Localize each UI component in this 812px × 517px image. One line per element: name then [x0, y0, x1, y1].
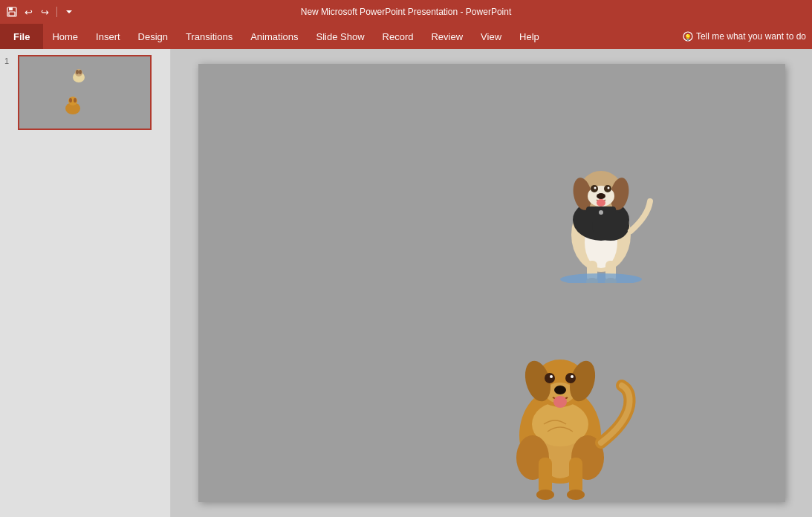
svg-point-9	[76, 70, 79, 74]
tab-transitions[interactable]: Transitions	[177, 24, 241, 49]
title-bar: ↩ ↪ New Microsoft PowerPoint Presentatio…	[0, 0, 812, 24]
tab-home[interactable]: Home	[43, 24, 87, 49]
tab-record[interactable]: Record	[374, 24, 423, 49]
svg-point-52	[571, 375, 574, 378]
svg-point-30	[599, 210, 603, 215]
tab-insert[interactable]: Insert	[87, 24, 129, 49]
tab-animations[interactable]: Animations	[241, 24, 307, 49]
quick-access-toolbar: ↩ ↪	[6, 6, 75, 18]
svg-point-26	[607, 187, 609, 189]
svg-point-51	[550, 375, 553, 378]
tab-help[interactable]: Help	[510, 24, 548, 49]
tab-slideshow[interactable]: Slide Show	[308, 24, 374, 49]
svg-point-28	[597, 199, 605, 207]
redo-icon[interactable]: ↪	[39, 6, 51, 18]
svg-text:💡: 💡	[684, 33, 692, 41]
svg-point-54	[553, 396, 567, 408]
main-layout: 1	[0, 49, 812, 517]
svg-point-27	[597, 193, 605, 199]
undo-icon[interactable]: ↩	[22, 6, 34, 18]
slide-panel: 1	[0, 49, 171, 517]
svg-point-35	[560, 273, 642, 283]
tab-design[interactable]: Design	[129, 24, 177, 49]
tab-view[interactable]: View	[472, 24, 510, 49]
file-tab[interactable]: File	[0, 24, 43, 49]
svg-rect-1	[9, 7, 13, 10]
ribbon-tabs: Home Insert Design Transitions Animation…	[43, 24, 683, 49]
svg-marker-3	[66, 10, 72, 13]
svg-point-14	[74, 98, 77, 103]
tab-review[interactable]: Review	[422, 24, 472, 49]
slide-number: 1	[4, 55, 15, 65]
customize-icon[interactable]	[63, 6, 75, 18]
thumb-svg	[19, 56, 152, 130]
window-title: New Microsoft PowerPoint Presentation - …	[301, 7, 511, 17]
svg-point-53	[554, 386, 566, 394]
svg-rect-41	[539, 458, 552, 495]
golden-image[interactable]	[470, 328, 652, 502]
beagle-image[interactable]	[540, 146, 663, 283]
tell-me[interactable]: 💡 Tell me what you want to do	[683, 31, 806, 42]
save-icon[interactable]	[6, 6, 18, 18]
svg-point-44	[567, 490, 585, 500]
svg-point-49	[545, 373, 555, 383]
svg-point-25	[594, 187, 596, 189]
slide-canvas[interactable]	[198, 64, 785, 502]
slide-area	[171, 49, 812, 517]
svg-rect-42	[569, 458, 582, 495]
svg-point-13	[69, 98, 72, 103]
ribbon-right: 💡 Tell me what you want to do	[683, 31, 812, 42]
svg-point-50	[565, 373, 576, 383]
ribbon: File Home Insert Design Transitions Anim…	[0, 24, 812, 49]
svg-rect-6	[19, 56, 152, 130]
svg-point-43	[536, 490, 554, 500]
tell-me-text: Tell me what you want to do	[696, 31, 806, 42]
toolbar-divider	[56, 7, 57, 17]
svg-point-18	[592, 211, 629, 241]
svg-point-10	[79, 70, 82, 74]
svg-rect-2	[9, 12, 15, 16]
slide-thumbnail[interactable]	[18, 55, 152, 130]
slide-thumb-container: 1	[4, 55, 166, 130]
